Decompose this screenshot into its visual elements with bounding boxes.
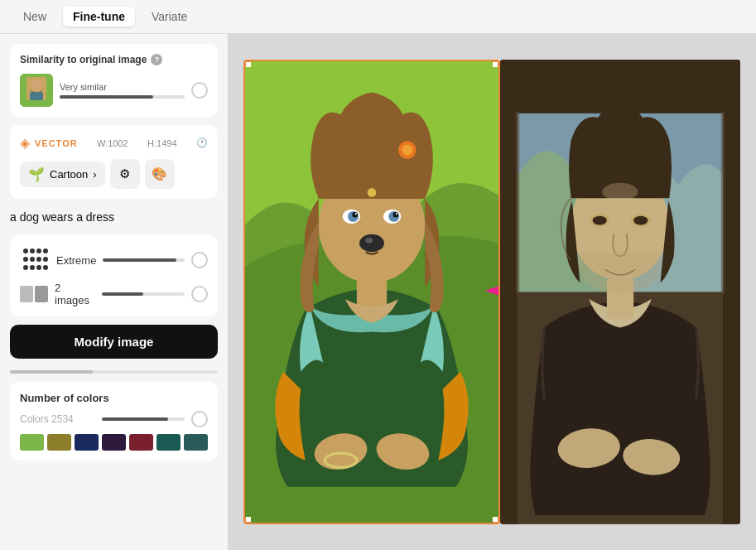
detail-row: Extreme [20,245,208,275]
swatch-olive[interactable] [47,434,71,451]
svg-point-37 [602,183,638,201]
detail-slider[interactable] [103,258,185,262]
style-label: Cartoon [50,168,88,181]
main-layout: Similarity to original image ? Very simi… [0,34,756,550]
images-slider[interactable] [102,292,185,296]
colors-toggle[interactable] [191,411,208,427]
similarity-label: Very similar [60,82,185,92]
svg-point-19 [393,212,398,217]
similarity-title: Similarity to original image ? [20,54,208,65]
detail-dots-icon [20,245,50,275]
svg-point-35 [593,216,607,225]
vector-height: H:1494 [147,138,176,148]
svg-point-23 [366,238,373,243]
style-button[interactable]: 🌱 Cartoon › [20,162,105,187]
vector-tools: 🌱 Cartoon › ⚙ 🎨 [20,159,208,189]
left-panel: Similarity to original image ? Very simi… [0,34,228,550]
help-icon[interactable]: ? [151,54,162,65]
detail-toggle[interactable] [191,252,208,268]
color-swatches [20,434,208,451]
images-count-label: 2 images [55,282,95,306]
similarity-row: Very similar [20,74,208,107]
tab-new[interactable]: New [13,7,56,27]
modify-button[interactable]: Modify image [10,325,218,359]
vector-title: VECTOR [35,138,78,148]
similarity-card: Similarity to original image ? Very simi… [10,44,218,117]
corner-handle-bl [244,517,251,523]
similarity-toggle[interactable] [191,82,208,99]
colors-value: 2534 [51,413,74,425]
generated-image [243,60,500,524]
right-content [228,34,756,550]
cartoon-painting-svg [245,61,498,523]
swatch-dark-purple[interactable] [102,434,126,451]
corner-handle-br [493,517,499,523]
vector-section: ◈ VECTOR W:1002 H:1494 🕐 🌱 Cartoon › ⚙ 🎨 [10,125,218,199]
style-emoji: 🌱 [28,166,45,182]
prompt-text: a dog wears a dress [10,207,218,227]
palette-button[interactable]: 🎨 [145,159,175,189]
images-row: 2 images [20,282,208,306]
svg-point-2 [31,80,42,91]
original-image [500,60,740,524]
colors-row: Colors 2534 [20,411,208,427]
swatch-green[interactable] [20,434,44,451]
svg-rect-40 [723,60,740,524]
svg-point-13 [402,145,412,156]
scroll-bar [10,370,218,374]
images-container [243,60,740,524]
original-painting-svg [500,60,740,524]
colors-title: Number of colors [20,392,208,404]
svg-point-20 [355,213,357,215]
images-toggle[interactable] [191,286,208,302]
slider-fill [60,95,153,99]
style-arrow: › [93,168,96,181]
svg-rect-38 [500,60,740,113]
swatch-navy[interactable] [75,434,99,451]
svg-rect-3 [30,92,43,100]
svg-rect-42 [721,112,725,294]
scroll-thumb [10,370,93,374]
vector-icon: ◈ [20,135,30,151]
vector-width: W:1002 [97,138,128,148]
vector-header: ◈ VECTOR W:1002 H:1494 🕐 [20,135,208,151]
arrow-container [482,274,500,311]
pink-arrow-svg [482,274,500,307]
clock-icon: 🕐 [196,138,208,148]
slider-track[interactable] [60,95,185,99]
swatch-dark-red[interactable] [129,434,153,451]
svg-point-24 [368,188,377,197]
thumbnail-image [20,74,53,107]
similarity-slider[interactable]: Very similar [60,82,185,99]
detail-section: Extreme 2 images [10,235,218,316]
thumbnail-svg [20,74,53,107]
colors-label: Colors 2534 [20,413,95,425]
svg-rect-39 [500,60,518,524]
swatch-dark-teal[interactable] [184,434,208,451]
svg-point-18 [352,212,357,217]
detail-level-label: Extreme [56,254,96,267]
corner-handle-tr [493,60,499,67]
settings-button[interactable]: ⚙ [110,159,140,189]
tab-finetune[interactable]: Fine-tune [63,7,135,27]
colors-section: Number of colors Colors 2534 [10,382,218,461]
swatch-teal[interactable] [156,434,181,451]
colors-slider[interactable] [102,417,185,421]
top-navigation: New Fine-tune Variate [0,0,756,34]
corner-handle-tl [244,60,251,67]
svg-point-22 [359,234,384,252]
images-preview-icon [20,286,48,302]
svg-point-36 [633,216,648,225]
tab-variate[interactable]: Variate [142,7,197,27]
svg-point-21 [396,213,397,215]
svg-rect-41 [516,112,519,294]
